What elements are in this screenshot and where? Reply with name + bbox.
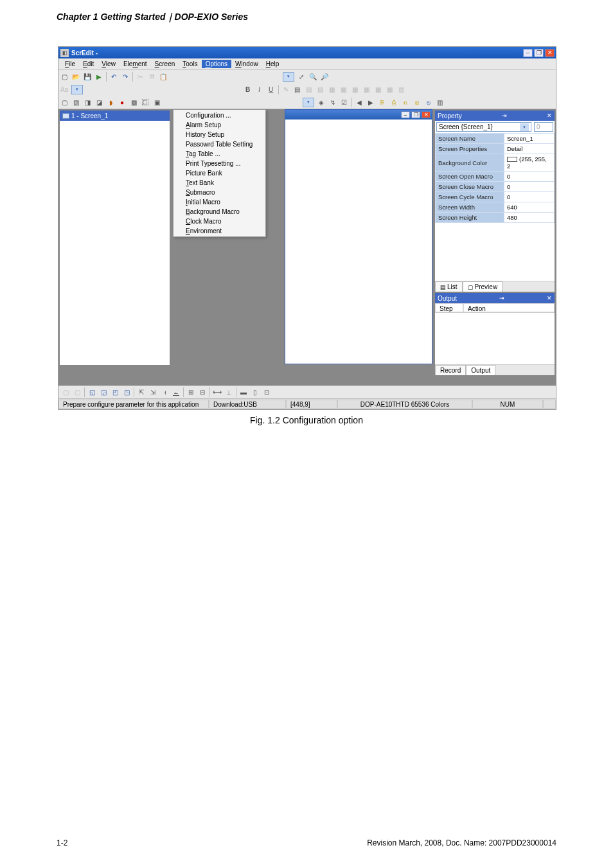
align-tc-icon[interactable]: ▤ xyxy=(303,84,315,95)
maximize-button[interactable]: ❐ xyxy=(534,49,544,57)
property-object-select[interactable]: Screen {Screen_1} ▼ xyxy=(436,122,531,132)
bt-3-icon[interactable]: ◱ xyxy=(86,387,98,398)
element-8-icon[interactable]: ⿴ xyxy=(139,97,151,108)
save-icon[interactable]: 💾 xyxy=(82,71,93,82)
fontcolor-icon[interactable]: ✎ xyxy=(280,84,292,95)
property-row[interactable]: Screen Cycle Macro0 xyxy=(436,192,555,202)
new-file-icon[interactable]: ▢ xyxy=(58,71,70,82)
child-close-button[interactable]: ✕ xyxy=(422,111,431,118)
options-item[interactable]: Tag Table ... xyxy=(174,149,265,159)
open-file-icon[interactable]: 📂 xyxy=(70,71,82,82)
align-br-icon[interactable]: ▦ xyxy=(384,84,396,95)
bt-14-icon[interactable]: ⟂ xyxy=(223,387,235,398)
property-row[interactable]: Screen NameScreen_1 xyxy=(436,134,555,144)
bt-15-icon[interactable]: ▬ xyxy=(238,387,249,398)
options-item[interactable]: Passowrd Table Setting xyxy=(174,139,265,149)
element-9-icon[interactable]: ▣ xyxy=(151,97,163,108)
options-item[interactable]: Print Typesetting ... xyxy=(174,159,265,168)
options-item[interactable]: Picture Bank xyxy=(174,168,265,178)
menu-item-f[interactable]: File xyxy=(61,60,79,68)
output-list[interactable] xyxy=(435,313,555,364)
bt-16-icon[interactable]: ▯ xyxy=(249,387,261,398)
options-item[interactable]: Configuration ... xyxy=(174,111,265,120)
menu-item-h[interactable]: Help xyxy=(262,60,283,68)
options-item[interactable]: Clock Macro xyxy=(174,217,265,226)
property-row[interactable]: Background Color(255, 255, 2 xyxy=(436,154,555,172)
options-item[interactable]: Background Macro xyxy=(174,207,265,217)
bt-10-icon[interactable]: ⫠ xyxy=(170,387,182,398)
property-value[interactable]: 0 xyxy=(504,192,555,202)
element-6-icon[interactable]: ● xyxy=(116,97,128,108)
menu-item-v[interactable]: View xyxy=(98,60,120,68)
tool-e-icon[interactable]: ▶ xyxy=(365,97,377,108)
child-minimize-button[interactable]: – xyxy=(401,111,410,118)
tool-k-icon[interactable]: ▥ xyxy=(434,97,446,108)
tool-b-icon[interactable]: ↯ xyxy=(327,97,339,108)
output-col-action[interactable]: Action xyxy=(463,303,555,312)
pin-icon[interactable]: ⇥ xyxy=(499,295,504,301)
menu-item-w[interactable]: Window xyxy=(231,60,262,68)
menu-item-s[interactable]: Screen xyxy=(151,60,179,68)
output-col-step[interactable]: Step xyxy=(435,303,463,312)
underline-icon[interactable]: U xyxy=(265,84,277,95)
bt-17-icon[interactable]: ⊡ xyxy=(261,387,272,398)
tool-g-icon[interactable]: ⎙ xyxy=(388,97,400,108)
options-item[interactable]: Alarm Setup xyxy=(174,120,265,130)
property-value[interactable]: Screen_1 xyxy=(504,134,555,144)
bt-2-icon[interactable]: ▢ xyxy=(71,387,83,398)
align-tl-icon[interactable]: ▤ xyxy=(292,84,303,95)
copy-icon[interactable]: ⧉ xyxy=(146,71,157,82)
menu-item-e[interactable]: Edit xyxy=(79,60,98,68)
child-maximize-button[interactable]: ❐ xyxy=(411,111,420,118)
property-value[interactable]: (255, 255, 2 xyxy=(504,154,555,172)
align-mc-icon[interactable]: ▦ xyxy=(338,84,350,95)
property-row[interactable]: Screen Width640 xyxy=(436,202,555,213)
cut-icon[interactable]: ✂ xyxy=(134,71,146,82)
options-item[interactable]: Initial Macro xyxy=(174,197,265,207)
zoom-fit-icon[interactable]: ⤢ xyxy=(296,71,307,82)
align-mr-icon[interactable]: ▦ xyxy=(350,84,361,95)
property-tab-preview[interactable]: ▢Preview xyxy=(463,281,503,292)
output-tab-output[interactable]: Output xyxy=(466,365,495,375)
child-window-canvas[interactable] xyxy=(285,120,432,364)
bt-1-icon[interactable]: ▢ xyxy=(60,387,71,398)
element-7-icon[interactable]: ▩ xyxy=(128,97,139,108)
property-row[interactable]: Screen Open Macro0 xyxy=(436,172,555,182)
property-tab-list[interactable]: ▤List xyxy=(435,281,463,292)
bt-8-icon[interactable]: ⇲ xyxy=(147,387,159,398)
zoom-in-icon[interactable]: 🔍 xyxy=(307,71,319,82)
screen-list-item-header[interactable]: 1 - Screen_1 xyxy=(60,111,170,121)
property-value[interactable]: 640 xyxy=(504,202,555,213)
pin-icon[interactable]: ⇥ xyxy=(502,112,507,119)
align-x-icon[interactable]: ▥ xyxy=(396,84,407,95)
align-ml-icon[interactable]: ▦ xyxy=(326,84,338,95)
tool-c-icon[interactable]: ☑ xyxy=(339,97,350,108)
bt-9-icon[interactable]: ⫞ xyxy=(159,387,170,398)
bold-icon[interactable]: B xyxy=(242,84,254,95)
paste-icon[interactable]: 📋 xyxy=(157,71,169,82)
menu-item-m[interactable]: Element xyxy=(120,60,151,68)
property-value[interactable]: 0 xyxy=(504,172,555,182)
bt-11-icon[interactable]: ⊞ xyxy=(185,387,197,398)
align-tr-icon[interactable]: ▤ xyxy=(315,84,326,95)
bt-6-icon[interactable]: ◳ xyxy=(121,387,132,398)
bt-13-icon[interactable]: ⟷ xyxy=(211,387,223,398)
align-bc-icon[interactable]: ▦ xyxy=(373,84,384,95)
property-value[interactable]: 480 xyxy=(504,213,555,223)
panel-close-icon[interactable]: ✕ xyxy=(547,295,552,301)
element-1-icon[interactable]: ▢ xyxy=(58,97,70,108)
property-value[interactable]: 0 xyxy=(504,182,555,192)
property-value[interactable]: Detail xyxy=(504,144,555,154)
property-row[interactable]: Screen PropertiesDetail xyxy=(436,144,555,154)
screen-list-body[interactable] xyxy=(60,121,170,365)
menu-item-o[interactable]: Options xyxy=(202,60,231,68)
close-button[interactable]: ✕ xyxy=(545,49,555,57)
options-item[interactable]: History Setup xyxy=(174,130,265,139)
bt-5-icon[interactable]: ◰ xyxy=(109,387,121,398)
property-row[interactable]: Screen Close Macro0 xyxy=(436,182,555,192)
align-bl-icon[interactable]: ▦ xyxy=(361,84,373,95)
tool-a-icon[interactable]: ◈ xyxy=(315,97,327,108)
export-icon[interactable]: ▶ xyxy=(93,71,105,82)
font-select[interactable]: ▾ xyxy=(71,85,83,94)
bt-7-icon[interactable]: ⇱ xyxy=(136,387,147,398)
